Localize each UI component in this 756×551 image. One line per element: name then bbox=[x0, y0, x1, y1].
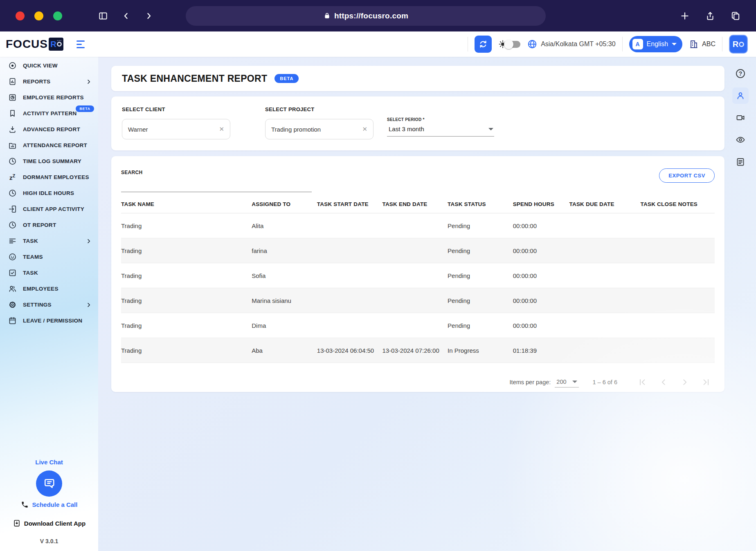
sidebar-item-activity-pattern[interactable]: ACTIVITY PATTERNBETA bbox=[0, 105, 98, 121]
profile-icon[interactable] bbox=[732, 87, 749, 104]
sidebar-panel-icon[interactable] bbox=[95, 8, 111, 24]
sidebar-item-employee-reports[interactable]: EMPLOYEE REPORTS bbox=[0, 90, 98, 105]
share-icon[interactable] bbox=[702, 8, 718, 24]
filters-card: SELECT CLIENT Warner ✕ SELECT PROJECT Tr… bbox=[111, 96, 724, 150]
sidebar-item-time-log-summary[interactable]: TIME LOG SUMMARY bbox=[0, 153, 98, 169]
last-page-icon[interactable] bbox=[698, 374, 715, 391]
column-header-task-close-notes[interactable]: TASK CLOSE NOTES bbox=[641, 201, 715, 207]
sidebar-item-attendance-report[interactable]: ATTENDANCE REPORT bbox=[0, 137, 98, 153]
sidebar-collapse-icon[interactable] bbox=[76, 40, 85, 48]
next-page-icon[interactable] bbox=[676, 374, 693, 391]
export-csv-button[interactable]: EXPORT CSV bbox=[659, 168, 715, 183]
sidebar-item-employees[interactable]: EMPLOYEES bbox=[0, 281, 98, 297]
sidebar-item-label: ADVANCED REPORT bbox=[23, 126, 80, 132]
clock-icon bbox=[7, 221, 17, 229]
language-select[interactable]: A English bbox=[629, 36, 682, 52]
divider bbox=[468, 37, 468, 52]
sidebar-item-teams[interactable]: TEAMS bbox=[0, 249, 98, 265]
chevron-down-icon bbox=[672, 43, 677, 45]
download-client-app-link[interactable]: Download Client App bbox=[0, 519, 98, 527]
cell-assigned-to: Sofia bbox=[252, 272, 317, 279]
table-row[interactable]: TradingDimaPending00:00:00 bbox=[121, 313, 715, 338]
help-icon[interactable]: ? bbox=[732, 65, 749, 82]
column-header-assigned-to[interactable]: ASSIGNED TO bbox=[252, 201, 317, 207]
clear-client-icon[interactable]: ✕ bbox=[219, 125, 224, 133]
video-icon[interactable] bbox=[732, 110, 749, 126]
table-row[interactable]: TradingAlitaPending00:00:00 bbox=[121, 213, 715, 238]
maximize-window-button[interactable] bbox=[53, 11, 62, 20]
theme-toggle-track bbox=[505, 41, 520, 48]
timezone-text: Asia/Kolkata GMT +05:30 bbox=[541, 40, 615, 48]
sidebar-item-client-app-activity[interactable]: CLIENT APP ACTIVITY bbox=[0, 201, 98, 217]
sidebar-item-ot-report[interactable]: OT REPORT bbox=[0, 217, 98, 233]
column-header-task-due-date[interactable]: TASK DUE DATE bbox=[569, 201, 641, 207]
close-window-button[interactable] bbox=[16, 11, 25, 20]
client-app-icon bbox=[7, 205, 17, 213]
select-project-label: SELECT PROJECT bbox=[265, 106, 374, 112]
focusro-logo[interactable]: FOCUS ••• R bbox=[6, 38, 63, 51]
live-chat-icon[interactable] bbox=[36, 470, 62, 497]
calendar-icon bbox=[7, 316, 17, 325]
timezone-display[interactable]: Asia/Kolkata GMT +05:30 bbox=[527, 39, 615, 49]
table-row[interactable]: TradingfarinaPending00:00:00 bbox=[121, 238, 715, 263]
forward-icon[interactable] bbox=[141, 8, 157, 24]
table-row[interactable]: TradingSofiaPending00:00:00 bbox=[121, 263, 715, 288]
search-input[interactable] bbox=[121, 181, 312, 192]
schedule-call-link[interactable]: Schedule a Call bbox=[0, 501, 98, 508]
cell-spend-hours: 00:00:00 bbox=[513, 297, 569, 304]
browser-chrome: https://focusro.com bbox=[0, 0, 756, 31]
sidebar-footer: Live Chat Schedule a Call Download Clien… bbox=[0, 459, 98, 551]
table-row[interactable]: TradingMarina sisianuPending00:00:00 bbox=[121, 288, 715, 313]
clock-icon bbox=[7, 189, 17, 197]
theme-toggle[interactable] bbox=[498, 40, 520, 49]
lock-icon bbox=[323, 12, 331, 20]
attendance-report-icon bbox=[7, 141, 17, 150]
eye-icon[interactable] bbox=[732, 132, 749, 148]
client-select[interactable]: Warner ✕ bbox=[122, 119, 230, 139]
minimize-window-button[interactable] bbox=[34, 11, 43, 20]
sidebar-item-dormant-employees[interactable]: zZDORMANT EMPLOYEES bbox=[0, 169, 98, 185]
sidebar-item-quick-view[interactable]: QUICK VIEW bbox=[0, 58, 98, 74]
sidebar-item-task[interactable]: TASK bbox=[0, 233, 98, 249]
column-header-spend-hours[interactable]: SPEND HOURS bbox=[513, 201, 569, 207]
sidebar-item-settings[interactable]: SETTINGS bbox=[0, 297, 98, 313]
sidebar-item-high-idle-hours[interactable]: HIGH IDLE HOURS bbox=[0, 185, 98, 201]
sidebar-item-advanced-report[interactable]: ADVANCED REPORT bbox=[0, 121, 98, 137]
sidebar-item-task[interactable]: TASK bbox=[0, 265, 98, 281]
previous-page-icon[interactable] bbox=[655, 374, 672, 391]
url-text: https://focusro.com bbox=[334, 11, 408, 20]
quick-view-icon bbox=[7, 61, 17, 70]
refresh-button[interactable] bbox=[475, 36, 492, 53]
cell-task-status: In Progress bbox=[448, 347, 513, 354]
reports-icon bbox=[7, 77, 17, 86]
cell-task-end-date: 13-03-2024 07:26:00 bbox=[382, 347, 448, 354]
organization-display[interactable]: ABC bbox=[689, 39, 716, 49]
cell-task-status: Pending bbox=[448, 222, 513, 229]
column-header-task-status[interactable]: TASK STATUS bbox=[448, 201, 513, 207]
user-avatar[interactable]: R bbox=[729, 35, 748, 54]
chevron-down-icon bbox=[488, 128, 493, 130]
page-range-label: 1 – 6 of 6 bbox=[593, 379, 617, 385]
sidebar-item-reports[interactable]: REPORTS bbox=[0, 74, 98, 90]
task-list-icon bbox=[7, 237, 17, 245]
column-header-task-end-date[interactable]: TASK END DATE bbox=[382, 201, 448, 207]
cell-assigned-to: farina bbox=[252, 247, 317, 254]
address-bar[interactable]: https://focusro.com bbox=[186, 6, 546, 26]
project-select[interactable]: Trading promotion ✕ bbox=[265, 119, 374, 139]
first-page-icon[interactable] bbox=[634, 374, 651, 391]
cell-task-status: Pending bbox=[448, 322, 513, 329]
copy-tabs-icon[interactable] bbox=[727, 8, 744, 24]
live-chat-link[interactable]: Live Chat bbox=[0, 459, 98, 466]
sidebar-item-leave-permission[interactable]: LEAVE / PERMISSION bbox=[0, 313, 98, 329]
clear-project-icon[interactable]: ✕ bbox=[362, 125, 367, 133]
column-header-task-start-date[interactable]: TASK START DATE bbox=[317, 201, 382, 207]
notes-icon[interactable] bbox=[732, 154, 749, 170]
period-select[interactable]: Last 3 month bbox=[387, 122, 494, 137]
organization-label: ABC bbox=[702, 40, 716, 48]
column-header-task-name[interactable]: TASK NAME bbox=[121, 201, 252, 207]
items-per-page-select[interactable]: 200 bbox=[555, 377, 578, 387]
back-icon[interactable] bbox=[118, 8, 134, 24]
new-tab-icon[interactable] bbox=[677, 8, 693, 24]
table-row[interactable]: TradingAba13-03-2024 06:04:5013-03-2024 … bbox=[121, 338, 715, 363]
app-header: FOCUS ••• R Asia/Kolkata GMT +05:30 A E bbox=[0, 31, 756, 57]
